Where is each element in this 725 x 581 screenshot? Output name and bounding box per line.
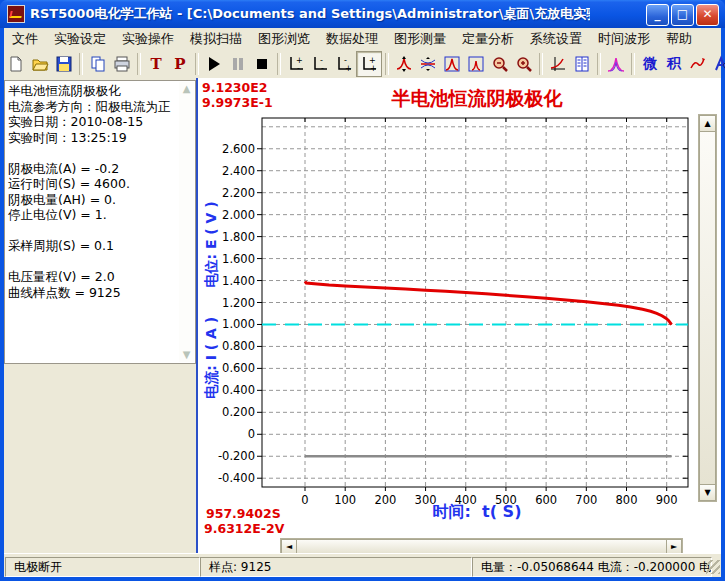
svg-text:+: + bbox=[345, 64, 352, 73]
overlay-curves-button[interactable] bbox=[604, 52, 628, 76]
info-line: 实验时间：13:25:19 bbox=[8, 130, 193, 146]
menu-data-processing[interactable]: 数据处理 bbox=[318, 28, 386, 50]
chart-plot-area[interactable]: 01002003004005006007008009002.6002.4002.… bbox=[198, 78, 721, 553]
zoom-in-button[interactable] bbox=[512, 52, 536, 76]
x-axis-label: 时间: t( S) bbox=[264, 502, 690, 523]
info-line: 曲线样点数 = 9125 bbox=[8, 285, 193, 301]
axis-mode-minus-minus-button[interactable]: -- bbox=[308, 52, 332, 76]
differential-button[interactable]: 微 bbox=[638, 52, 662, 76]
save-button[interactable] bbox=[52, 52, 76, 76]
svg-text:-: - bbox=[297, 64, 300, 73]
menu-simulated-scan[interactable]: 模拟扫描 bbox=[182, 28, 250, 50]
menu-system-settings[interactable]: 系统设置 bbox=[522, 28, 590, 50]
run-experiment-button[interactable] bbox=[202, 52, 226, 76]
info-line bbox=[8, 254, 193, 270]
menu-experiment-operation[interactable]: 实验操作 bbox=[114, 28, 182, 50]
scroll-down-icon[interactable]: ▼ bbox=[180, 348, 193, 362]
toolbar: T P +- -- -+ ++ bbox=[4, 49, 721, 79]
resize-grip[interactable] bbox=[706, 560, 720, 574]
info-line: 阴极电流(A) = -0.2 bbox=[8, 161, 193, 177]
scroll-down-icon[interactable]: ▼ bbox=[699, 484, 716, 501]
text-annotation-p-button[interactable]: P bbox=[168, 52, 192, 76]
menu-bar: 文件 实验设定 实验操作 模拟扫描 图形浏览 数据处理 图形测量 定量分析 系统… bbox=[4, 28, 721, 50]
maximize-button[interactable]: □ bbox=[671, 4, 694, 26]
curve-readout-button[interactable] bbox=[546, 52, 570, 76]
expand-y-button[interactable] bbox=[392, 52, 416, 76]
status-measurements: 电量：-0.05068644 电流：-0.200000 电 bbox=[472, 557, 712, 577]
menu-time-waveform[interactable]: 时间波形 bbox=[590, 28, 658, 50]
text-annotation-t-button[interactable]: T bbox=[144, 52, 168, 76]
title-bar: RST5000电化学工作站 - [C:\Documents and Settin… bbox=[0, 0, 725, 28]
menu-experiment-setup[interactable]: 实验设定 bbox=[46, 28, 114, 50]
svg-text:0.400: 0.400 bbox=[222, 383, 255, 397]
scroll-left-icon[interactable]: ◄ bbox=[281, 539, 297, 554]
marker-current-readout: 9.6312E-2V bbox=[204, 521, 284, 536]
pause-button[interactable] bbox=[226, 52, 250, 76]
svg-text:2.000: 2.000 bbox=[222, 208, 255, 222]
svg-text:1.000: 1.000 bbox=[222, 317, 255, 331]
status-bar: 电极断开 样点: 9125 电量：-0.05068644 电流：-0.20000… bbox=[4, 553, 721, 578]
chart-panel: 9.1230E2 9.9973E-1 半电池恒流阴极极化 01002003004… bbox=[198, 78, 721, 553]
svg-text:0.800: 0.800 bbox=[222, 339, 255, 353]
window-border bbox=[0, 577, 725, 581]
svg-text:0: 0 bbox=[248, 427, 255, 441]
status-samples: 样点: 9125 bbox=[200, 557, 472, 577]
print-button[interactable] bbox=[110, 52, 134, 76]
info-line: 电流参考方向：阳极电流为正 bbox=[8, 99, 193, 115]
scroll-up-icon[interactable]: ▲ bbox=[180, 82, 193, 96]
close-button[interactable]: ✕ bbox=[696, 4, 719, 26]
axis-mode-minus-plus-button[interactable]: -+ bbox=[332, 52, 356, 76]
expand-x-button[interactable] bbox=[440, 52, 464, 76]
info-line bbox=[8, 223, 193, 239]
menu-quantitative-analysis[interactable]: 定量分析 bbox=[454, 28, 522, 50]
annotate-pen-button[interactable] bbox=[710, 52, 725, 76]
info-line: 阴极电量(AH) = 0. bbox=[8, 192, 193, 208]
svg-text:1.600: 1.600 bbox=[222, 252, 255, 266]
svg-text:-0.400: -0.400 bbox=[218, 471, 255, 485]
compress-y-button[interactable] bbox=[416, 52, 440, 76]
info-line: 运行时间(S) = 4600. bbox=[8, 176, 193, 192]
open-file-button[interactable] bbox=[28, 52, 52, 76]
info-line: 采样周期(S) = 0.1 bbox=[8, 238, 193, 254]
axis-mode-plus-minus-button[interactable]: +- bbox=[284, 52, 308, 76]
y-axis-label: 电流: I ( A ) 电位: E ( V ) bbox=[203, 130, 223, 470]
smooth-curve-button[interactable] bbox=[686, 52, 710, 76]
info-line bbox=[8, 145, 193, 161]
scroll-right-icon[interactable]: ► bbox=[666, 539, 682, 554]
vertical-scroll-thumb[interactable] bbox=[699, 131, 716, 485]
minimize-button[interactable]: _ bbox=[646, 4, 669, 26]
menu-help[interactable]: 帮助 bbox=[658, 28, 700, 50]
svg-text:0.200: 0.200 bbox=[222, 405, 255, 419]
info-line: 实验日期：2010-08-15 bbox=[8, 114, 193, 130]
info-line: 停止电位(V) = 1. bbox=[8, 207, 193, 223]
info-scrollbar[interactable]: ▲ ▼ bbox=[179, 82, 194, 362]
svg-text:2.200: 2.200 bbox=[222, 186, 255, 200]
marker-time-readout: 957.9402S bbox=[206, 506, 281, 521]
horizontal-scroll-thumb[interactable] bbox=[296, 539, 667, 554]
menu-file[interactable]: 文件 bbox=[4, 28, 46, 50]
zoom-out-button[interactable] bbox=[488, 52, 512, 76]
stop-button[interactable] bbox=[250, 52, 274, 76]
app-icon bbox=[7, 5, 25, 23]
chart-vertical-scrollbar[interactable]: ▲ ▼ bbox=[698, 114, 717, 502]
axis-mode-plus-plus-button[interactable]: ++ bbox=[356, 51, 382, 77]
integral-button[interactable]: 积 bbox=[662, 52, 686, 76]
experiment-info-box: 半电池恒流阴极极化 电流参考方向：阳极电流为正 实验日期：2010-08-15 … bbox=[4, 80, 196, 364]
info-line: 电压量程(V) = 2.0 bbox=[8, 269, 193, 285]
svg-text:+: + bbox=[370, 64, 377, 73]
svg-text:2.400: 2.400 bbox=[222, 164, 255, 178]
menu-graph-measure[interactable]: 图形测量 bbox=[386, 28, 454, 50]
experiment-info-panel: 半电池恒流阴极极化 电流参考方向：阳极电流为正 实验日期：2010-08-15 … bbox=[4, 78, 196, 553]
compress-x-button[interactable] bbox=[464, 52, 488, 76]
scroll-up-icon[interactable]: ▲ bbox=[699, 115, 716, 132]
copy-button[interactable] bbox=[86, 52, 110, 76]
menu-graph-browse[interactable]: 图形浏览 bbox=[250, 28, 318, 50]
app-window: RST5000电化学工作站 - [C:\Documents and Settin… bbox=[0, 0, 725, 581]
data-list-button[interactable] bbox=[570, 52, 594, 76]
svg-text:-0.200: -0.200 bbox=[218, 449, 255, 463]
info-line: 半电池恒流阴极极化 bbox=[8, 83, 193, 99]
new-file-button[interactable] bbox=[4, 52, 28, 76]
svg-text:0.600: 0.600 bbox=[222, 361, 255, 375]
svg-text:2.600: 2.600 bbox=[222, 142, 255, 156]
svg-text:1.400: 1.400 bbox=[222, 274, 255, 288]
